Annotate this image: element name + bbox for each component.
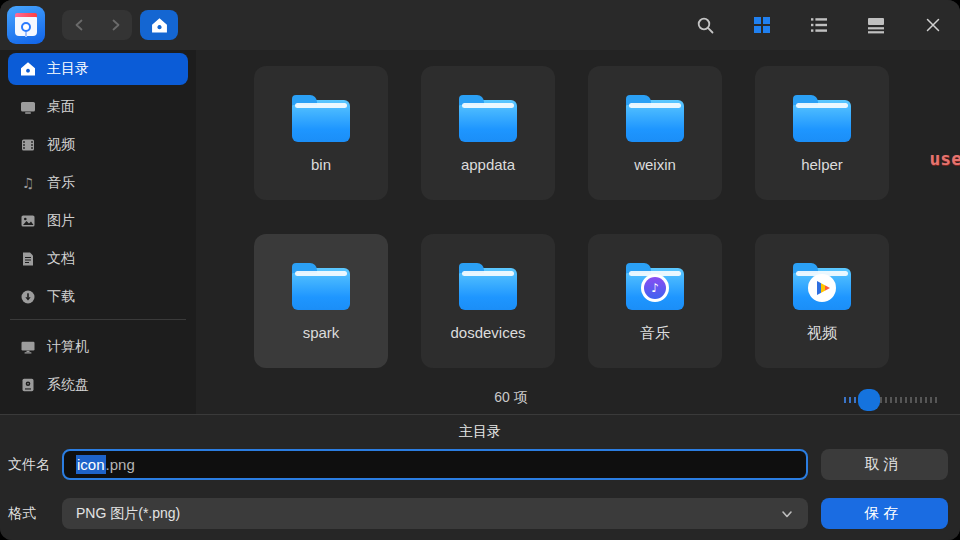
- chevron-left-icon: [72, 17, 88, 33]
- chevron-down-icon: [780, 507, 794, 521]
- image-icon: [20, 213, 36, 229]
- folder-icon: [793, 100, 851, 142]
- icon-size-slider[interactable]: [844, 393, 938, 407]
- folder-name: helper: [801, 156, 843, 173]
- detail-view-icon: [866, 15, 886, 35]
- grid-view-icon: [752, 15, 772, 35]
- folder-tile-music[interactable]: ♪ 音乐: [588, 234, 722, 368]
- status-bar: 60 项: [196, 384, 960, 414]
- folder-grid: bin appdata weixin helper spark dosdevic…: [196, 50, 960, 414]
- slider-thumb[interactable]: [858, 389, 880, 411]
- sidebar-item-downloads[interactable]: 下载: [8, 281, 188, 313]
- save-file-dialog-window: 主目录 桌面 视频 ♫ 音乐 图片 文档 下载 计算机: [0, 0, 960, 540]
- music-badge-icon: ♪: [641, 274, 669, 302]
- detail-view-button[interactable]: [865, 14, 887, 36]
- save-button[interactable]: 保存: [821, 498, 948, 529]
- folder-icon: [459, 268, 517, 310]
- sidebar-item-system-disk[interactable]: 系统盘: [8, 369, 188, 401]
- sidebar-item-label: 视频: [47, 136, 75, 154]
- video-badge-icon: [808, 274, 836, 302]
- format-label: 格式: [8, 498, 36, 529]
- filename-input[interactable]: icon.png: [62, 449, 808, 480]
- sidebar-item-volume[interactable]: 157.0 GB 卷: [8, 407, 188, 414]
- home-icon: [20, 61, 36, 77]
- home-icon: [151, 17, 168, 34]
- folder-name: weixin: [634, 156, 676, 173]
- forward-button[interactable]: [100, 10, 130, 40]
- sidebar-item-music[interactable]: ♫ 音乐: [8, 167, 188, 199]
- sidebar-item-label: 系统盘: [47, 376, 89, 394]
- desktop-icon: [20, 99, 36, 115]
- sidebar-item-pictures[interactable]: 图片: [8, 205, 188, 237]
- folder-tile-videos[interactable]: 视频: [755, 234, 889, 368]
- folder-tile-appdata[interactable]: appdata: [421, 66, 555, 200]
- list-view-icon: [809, 15, 829, 35]
- search-button[interactable]: [694, 14, 716, 36]
- file-manager-app-icon: [7, 6, 45, 44]
- titlebar: [0, 0, 960, 50]
- folder-icon: [292, 268, 350, 310]
- folder-name: 视频: [807, 324, 837, 343]
- slider-track: [880, 397, 938, 403]
- sidebar-item-label: 文档: [47, 250, 75, 268]
- document-icon: [20, 251, 36, 267]
- sidebar-item-documents[interactable]: 文档: [8, 243, 188, 275]
- home-button[interactable]: [140, 10, 178, 40]
- sidebar-item-label: 下载: [47, 288, 75, 306]
- grid-view-button[interactable]: [751, 14, 773, 36]
- disk-icon: [20, 377, 36, 393]
- folder-icon: [292, 100, 350, 142]
- sidebar-item-label: 桌面: [47, 98, 75, 116]
- filename-label: 文件名: [8, 449, 50, 480]
- folder-icon: [626, 100, 684, 142]
- format-dropdown[interactable]: PNG 图片(*.png): [62, 498, 808, 529]
- computer-icon: [20, 339, 36, 355]
- music-icon: ♫: [20, 175, 36, 191]
- format-value: PNG 图片(*.png): [76, 505, 180, 523]
- filename-extension-text: .png: [106, 456, 135, 473]
- folder-name: appdata: [461, 156, 515, 173]
- film-icon: [20, 137, 36, 153]
- sidebar-item-label: 计算机: [47, 338, 89, 356]
- folder-icon: [459, 100, 517, 142]
- folder-tile-weixin[interactable]: weixin: [588, 66, 722, 200]
- sidebar-item-home[interactable]: 主目录: [8, 53, 188, 85]
- titlebar-actions: [694, 14, 944, 36]
- sidebar-item-label: 图片: [47, 212, 75, 230]
- folder-name: dosdevices: [450, 324, 525, 341]
- list-view-button[interactable]: [808, 14, 830, 36]
- chevron-right-icon: [107, 17, 123, 33]
- folder-name: spark: [303, 324, 340, 341]
- close-button[interactable]: [922, 14, 944, 36]
- filename-selected-text: icon: [76, 455, 106, 474]
- folder-tile-helper[interactable]: helper: [755, 66, 889, 200]
- item-count: 60 项: [451, 389, 571, 407]
- folder-tile-spark[interactable]: spark: [254, 234, 388, 368]
- folder-name: 音乐: [640, 324, 670, 343]
- history-nav-group: [62, 10, 132, 40]
- current-location: 主目录: [0, 423, 960, 441]
- sidebar-item-computer[interactable]: 计算机: [8, 331, 188, 363]
- sidebar: 主目录 桌面 视频 ♫ 音乐 图片 文档 下载 计算机: [0, 50, 196, 414]
- close-icon: [923, 15, 943, 35]
- search-icon: [695, 15, 716, 36]
- folder-name: bin: [311, 156, 331, 173]
- sidebar-item-videos[interactable]: 视频: [8, 129, 188, 161]
- sidebar-separator: [10, 319, 186, 320]
- save-panel: 主目录 文件名 icon.png 取消 格式 PNG 图片(*.png) 保存: [0, 414, 960, 540]
- cancel-button[interactable]: 取消: [821, 449, 948, 480]
- download-icon: [20, 289, 36, 305]
- overlay-watermark-text: use: [929, 148, 960, 169]
- folder-tile-bin[interactable]: bin: [254, 66, 388, 200]
- slider-track-filled: [844, 397, 859, 403]
- sidebar-item-label: 音乐: [47, 174, 75, 192]
- sidebar-item-desktop[interactable]: 桌面: [8, 91, 188, 123]
- back-button[interactable]: [65, 10, 95, 40]
- sidebar-item-label: 主目录: [47, 60, 89, 78]
- folder-tile-dosdevices[interactable]: dosdevices: [421, 234, 555, 368]
